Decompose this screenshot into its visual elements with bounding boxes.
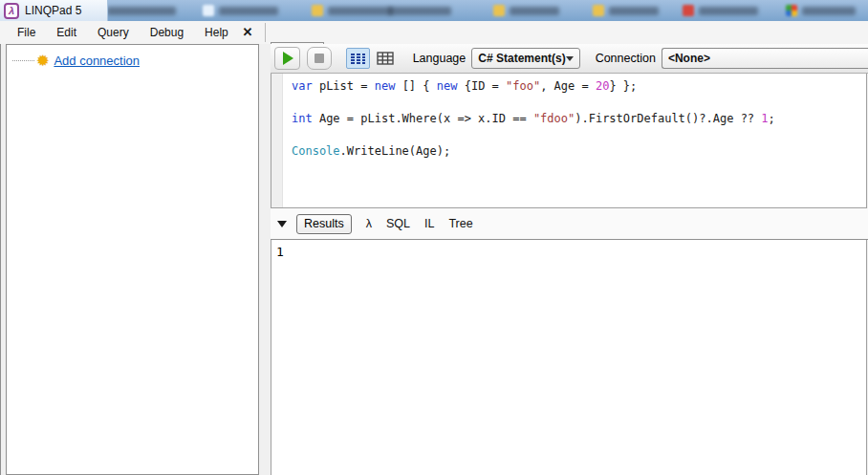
- red-app-icon: [683, 5, 694, 16]
- connection-dropdown[interactable]: <None>: [662, 48, 868, 69]
- language-value: C# Statement(s): [478, 52, 565, 65]
- window-left-edge: [0, 44, 1, 475]
- blurred-title-text: [699, 7, 758, 15]
- connection-label: Connection: [596, 52, 656, 65]
- il-tab[interactable]: IL: [424, 217, 434, 230]
- lambda-icon: λ: [4, 3, 19, 19]
- code-line: int Age = pList.Where(x => x.ID == "fdoo…: [292, 111, 775, 127]
- menu-help[interactable]: Help: [194, 21, 239, 44]
- blurred-title-text: [219, 7, 278, 15]
- tree-line: [12, 60, 34, 61]
- taskbar-item[interactable]: [493, 4, 559, 17]
- blurred-title-text: [609, 7, 659, 15]
- code-line: [292, 127, 775, 143]
- window-icon: [203, 5, 214, 16]
- tree-tab[interactable]: Tree: [448, 217, 472, 230]
- results-header: Results λ SQL IL Tree: [271, 208, 868, 240]
- menu-edit[interactable]: Edit: [46, 21, 87, 44]
- taskbar-item[interactable]: [107, 4, 176, 17]
- title-bar: λ LINQPad 5: [0, 0, 108, 21]
- linqpad-window: λ LINQPad 5 File Edit Query Debug Help ✕…: [0, 0, 868, 475]
- language-label: Language: [413, 52, 467, 65]
- results-tab[interactable]: Results: [296, 214, 352, 234]
- query-toolbar: Language C# Statement(s) Connection <Non…: [271, 44, 868, 74]
- folder-icon: [593, 5, 604, 16]
- add-connection-row[interactable]: ✹ Add connection: [12, 54, 258, 68]
- menu-debug[interactable]: Debug: [140, 21, 194, 44]
- taskbar-item[interactable]: [683, 4, 758, 17]
- collapse-results-icon[interactable]: [277, 221, 287, 227]
- menu-bar: File Edit Query Debug Help ✕ Query 1* +: [0, 21, 868, 44]
- connections-panel: ✹ Add connection: [6, 44, 259, 475]
- ms-office-icon: [786, 5, 797, 16]
- console-output: 1: [271, 240, 866, 259]
- taskbar-item[interactable]: [312, 4, 393, 17]
- play-icon: [283, 52, 293, 65]
- run-button[interactable]: [274, 47, 300, 70]
- blurred-title-text: [107, 7, 176, 15]
- taskbar-item[interactable]: [786, 4, 856, 17]
- menu-file[interactable]: File: [7, 21, 46, 44]
- code-line: [292, 95, 775, 111]
- language-dropdown[interactable]: C# Statement(s): [471, 48, 579, 69]
- window-title: LINQPad 5: [25, 4, 81, 17]
- menu-query[interactable]: Query: [87, 21, 140, 44]
- star-icon: ✹: [36, 54, 49, 68]
- editor-gutter: [271, 74, 283, 207]
- close-icon[interactable]: ✕: [235, 21, 260, 44]
- code-line: Console.WriteLine(Age);: [292, 143, 775, 160]
- folder-icon: [312, 5, 323, 16]
- stop-icon: [315, 54, 324, 63]
- blurred-title-text: [328, 7, 393, 15]
- connection-value: <None>: [668, 52, 710, 65]
- blurred-title-text: [388, 7, 451, 15]
- taskbar-item[interactable]: [388, 4, 451, 17]
- taskbar-item[interactable]: [593, 4, 659, 17]
- code-editor[interactable]: var pList = new [] { new {ID = "foo", Ag…: [271, 74, 867, 208]
- lambda-tab[interactable]: λ: [366, 217, 372, 230]
- sql-tab[interactable]: SQL: [386, 217, 410, 230]
- menu-tab-divider: [265, 23, 266, 42]
- rich-text-icon: [350, 53, 366, 65]
- taskbar-item[interactable]: [203, 4, 278, 17]
- menu-items: File Edit Query Debug Help: [7, 21, 239, 44]
- data-grid-results-toggle[interactable]: [374, 48, 398, 69]
- stop-button[interactable]: [307, 47, 333, 70]
- folder-icon: [493, 5, 505, 16]
- code-line: var pList = new [] { new {ID = "foo", Ag…: [292, 78, 775, 95]
- background-taskbar: λ LINQPad 5: [0, 0, 868, 21]
- blurred-title-text: [802, 7, 856, 15]
- add-connection-link[interactable]: Add connection: [54, 54, 140, 68]
- rich-text-results-toggle[interactable]: [346, 48, 370, 69]
- results-panel: 1: [271, 240, 867, 475]
- code-lines: var pList = new [] { new {ID = "foo", Ag…: [292, 78, 775, 160]
- chevron-down-icon: [566, 56, 574, 61]
- data-grid-icon: [377, 52, 394, 65]
- blurred-title-text: [510, 7, 559, 15]
